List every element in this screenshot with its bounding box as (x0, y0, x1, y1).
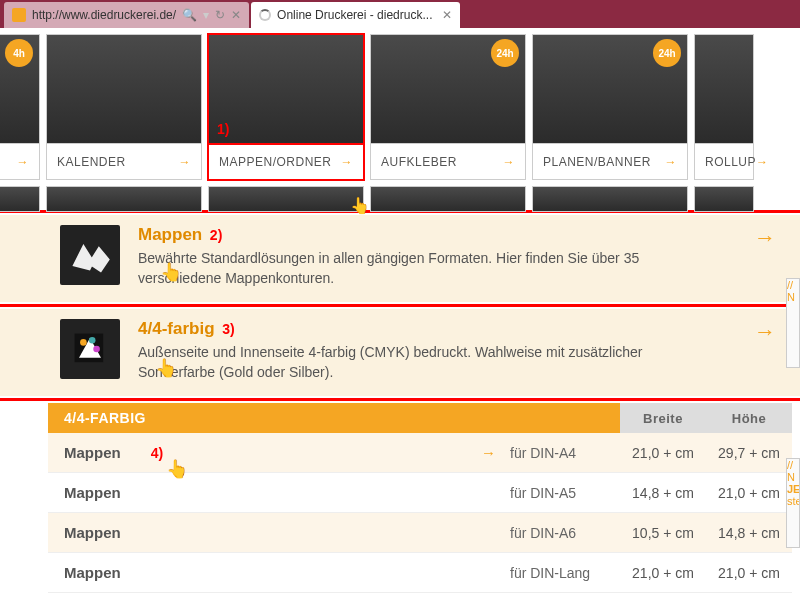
thumb-icon (60, 319, 120, 379)
annotation-2: 2) (210, 227, 222, 243)
row-name: Mappen (64, 524, 121, 541)
category-image: 1) (208, 34, 364, 144)
svg-point-2 (89, 337, 96, 344)
list-item-4-4-farbig[interactable]: 4/4-farbig 3) Außenseite und Innenseite … (0, 309, 800, 396)
page-tab-title: Online Druckerei - diedruck... (277, 8, 432, 22)
category-image: 4h (0, 34, 40, 144)
row-hoehe: 14,8 + cm (706, 525, 792, 541)
list-item-desc: Außenseite und Innenseite 4-farbig (CMYK… (138, 343, 698, 382)
category-mappen-ordner[interactable]: 1)MAPPEN/ORDNER→ (208, 34, 364, 180)
arrow-right-icon: → (665, 155, 678, 169)
badge-24h-icon: 4h (5, 39, 33, 67)
loading-spinner-icon (259, 9, 271, 21)
favicon-icon (12, 8, 26, 22)
row-name: Mappen (64, 444, 121, 461)
table-header-title: 4/4-FARBIG (64, 410, 146, 426)
divider (0, 304, 800, 307)
category-aufkleber[interactable]: 24hAUFKLEBER→ (370, 34, 526, 180)
page-tab[interactable]: Online Druckerei - diedruck... ✕ (251, 2, 460, 28)
arrow-right-icon: → (341, 155, 354, 169)
category-label: PLANEN/BANNER→ (532, 144, 688, 180)
row-breite: 14,8 + cm (620, 485, 706, 501)
category-row: 4hRUCK→KALENDER→1)MAPPEN/ORDNER→24hAUFKL… (0, 28, 800, 180)
category-rollup[interactable]: ROLLUP→ (694, 34, 754, 180)
category-image (46, 34, 202, 144)
row-name: Mappen (64, 564, 121, 581)
category-image: 24h (532, 34, 688, 144)
arrow-right-icon: → (503, 155, 516, 169)
annotation-4: 4) (151, 445, 163, 461)
svg-point-1 (80, 339, 87, 346)
list-item-title: 4/4-farbig (138, 319, 215, 339)
category-kalender[interactable]: KALENDER→ (46, 34, 202, 180)
row-breite: 21,0 + cm (620, 565, 706, 581)
badge-24h-icon: 24h (653, 39, 681, 67)
arrow-right-icon: → (754, 225, 776, 251)
arrow-right-icon: → (179, 155, 192, 169)
arrow-right-icon: → (17, 155, 30, 169)
subcategory-list: Mappen 2) Bewährte Standardlösungen in a… (0, 210, 800, 401)
row-name: Mappen (64, 484, 121, 501)
product-table: 4/4-FARBIG Breite Höhe Mappen4)👆→für DIN… (0, 403, 800, 593)
row-hoehe: 21,0 + cm (706, 565, 792, 581)
annotation-1: 1) (217, 121, 229, 137)
category-image: 24h (370, 34, 526, 144)
list-item-mappen[interactable]: Mappen 2) Bewährte Standardlösungen in a… (0, 215, 800, 302)
list-item-desc: Bewährte Standardlösungen in allen gängi… (138, 249, 698, 288)
row-hoehe: 21,0 + cm (706, 485, 792, 501)
table-row[interactable]: Mappenfür DIN-A610,5 + cm14,8 + cm (48, 513, 792, 553)
category-row-peek (0, 180, 800, 212)
category-planen-banner[interactable]: 24hPLANEN/BANNER→ (532, 34, 688, 180)
row-breite: 21,0 + cm (620, 445, 706, 461)
category-label: KALENDER→ (46, 144, 202, 180)
divider (0, 398, 800, 401)
category-image (694, 34, 754, 144)
arrow-right-icon: → (481, 444, 496, 461)
stop-icon[interactable]: ✕ (231, 8, 241, 22)
list-item-title: Mappen (138, 225, 202, 245)
address-url: http://www.diedruckerei.de/ (32, 8, 176, 22)
refresh-icon[interactable]: ↻ (215, 8, 225, 22)
search-icon[interactable]: 🔍 (182, 8, 197, 22)
category-ruck[interactable]: 4hRUCK→ (0, 34, 40, 180)
row-format: für DIN-A6 (510, 525, 620, 541)
row-breite: 10,5 + cm (620, 525, 706, 541)
address-tab[interactable]: http://www.diedruckerei.de/ 🔍 ▾ ↻ ✕ (4, 2, 249, 28)
row-format: für DIN-Lang (510, 565, 620, 581)
row-hoehe: 29,7 + cm (706, 445, 792, 461)
arrow-right-icon: → (756, 155, 769, 169)
category-label: ROLLUP→ (694, 144, 754, 180)
annotation-3: 3) (222, 321, 234, 337)
row-format: für DIN-A5 (510, 485, 620, 501)
svg-point-3 (93, 346, 100, 353)
table-header: 4/4-FARBIG Breite Höhe (48, 403, 792, 433)
table-row[interactable]: Mappenfür DIN-Lang21,0 + cm21,0 + cm (48, 553, 792, 593)
col-breite: Breite (620, 403, 706, 433)
badge-24h-icon: 24h (491, 39, 519, 67)
row-format: für DIN-A4 (510, 445, 620, 461)
table-row[interactable]: Mappen4)👆→für DIN-A421,0 + cm29,7 + cm (48, 433, 792, 473)
thumb-icon (60, 225, 120, 285)
table-row[interactable]: Mappenfür DIN-A514,8 + cm21,0 + cm (48, 473, 792, 513)
category-label: AUFKLEBER→ (370, 144, 526, 180)
close-tab-icon[interactable]: ✕ (442, 8, 452, 22)
right-sidebar: // N // N JE ste (788, 228, 800, 598)
col-hoehe: Höhe (706, 403, 792, 433)
category-label: RUCK→ (0, 144, 40, 180)
arrow-right-icon: → (754, 319, 776, 345)
browser-tab-bar: http://www.diedruckerei.de/ 🔍 ▾ ↻ ✕ Onli… (0, 0, 800, 28)
category-label: MAPPEN/ORDNER→ (208, 144, 364, 180)
